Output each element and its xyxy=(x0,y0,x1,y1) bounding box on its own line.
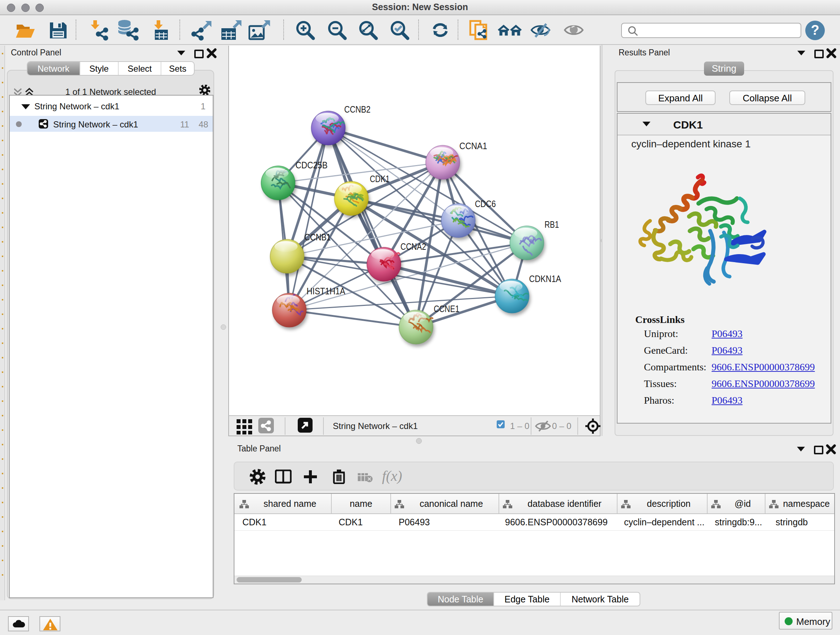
svg-text:CDC6: CDC6 xyxy=(475,199,496,209)
svg-text:CCNE1: CCNE1 xyxy=(434,304,459,314)
svg-text:CDC25B: CDC25B xyxy=(295,160,328,170)
svg-text:CCNA2: CCNA2 xyxy=(401,241,426,252)
svg-text:CCNA1: CCNA1 xyxy=(459,141,487,151)
svg-text:?: ? xyxy=(811,22,819,38)
svg-text:CDKN1A: CDKN1A xyxy=(529,274,561,284)
svg-text:HIST1H1A: HIST1H1A xyxy=(307,286,346,296)
svg-text:CDK1: CDK1 xyxy=(370,174,390,184)
svg-text:RB1: RB1 xyxy=(545,219,559,230)
svg-text:CCNB2: CCNB2 xyxy=(344,104,370,114)
svg-text:CCNB1: CCNB1 xyxy=(305,232,331,242)
